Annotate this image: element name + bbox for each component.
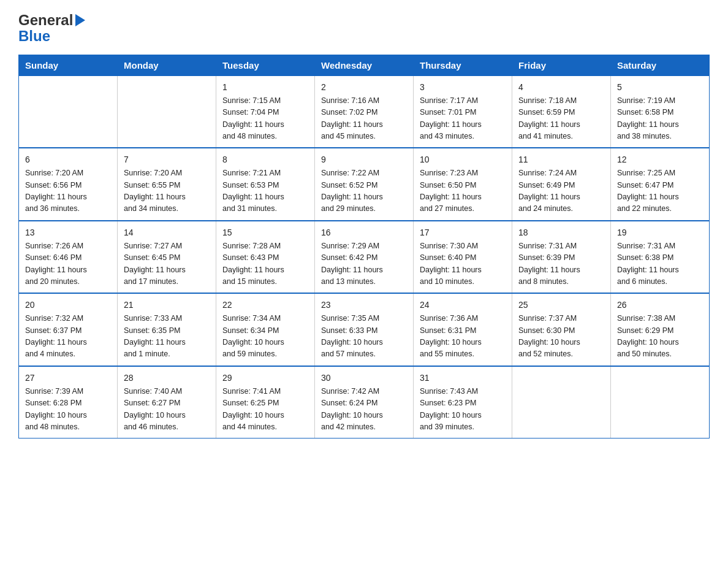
day-number: 9	[321, 153, 407, 166]
calendar-cell: 29Sunrise: 7:41 AMSunset: 6:25 PMDayligh…	[216, 366, 315, 439]
calendar-cell: 13Sunrise: 7:26 AMSunset: 6:46 PMDayligh…	[19, 221, 118, 294]
calendar-cell: 3Sunrise: 7:17 AMSunset: 7:01 PMDaylight…	[414, 75, 512, 148]
day-info: Sunrise: 7:39 AMSunset: 6:28 PMDaylight:…	[25, 386, 111, 434]
day-info: Sunrise: 7:23 AMSunset: 6:50 PMDaylight:…	[420, 167, 506, 215]
calendar-cell: 8Sunrise: 7:21 AMSunset: 6:53 PMDaylight…	[216, 148, 315, 221]
calendar-cell: 31Sunrise: 7:43 AMSunset: 6:23 PMDayligh…	[414, 366, 512, 439]
day-info: Sunrise: 7:31 AMSunset: 6:38 PMDaylight:…	[617, 240, 703, 288]
day-info: Sunrise: 7:26 AMSunset: 6:46 PMDaylight:…	[25, 240, 111, 288]
day-info: Sunrise: 7:28 AMSunset: 6:43 PMDaylight:…	[222, 240, 308, 288]
day-info: Sunrise: 7:21 AMSunset: 6:53 PMDaylight:…	[222, 167, 308, 215]
day-number: 13	[25, 226, 111, 239]
calendar-cell: 5Sunrise: 7:19 AMSunset: 6:58 PMDaylight…	[611, 75, 710, 148]
day-number: 26	[617, 299, 703, 312]
day-number: 16	[321, 226, 407, 239]
calendar-cell: 16Sunrise: 7:29 AMSunset: 6:42 PMDayligh…	[315, 221, 414, 294]
logo-line1: General	[18, 12, 85, 28]
day-info: Sunrise: 7:22 AMSunset: 6:52 PMDaylight:…	[321, 167, 407, 215]
calendar-week-row: 1Sunrise: 7:15 AMSunset: 7:04 PMDaylight…	[19, 75, 710, 148]
calendar-cell: 9Sunrise: 7:22 AMSunset: 6:52 PMDaylight…	[315, 148, 414, 221]
calendar-cell: 19Sunrise: 7:31 AMSunset: 6:38 PMDayligh…	[611, 221, 710, 294]
day-number: 31	[420, 372, 506, 385]
calendar-cell: 4Sunrise: 7:18 AMSunset: 6:59 PMDaylight…	[512, 75, 611, 148]
calendar-cell: 25Sunrise: 7:37 AMSunset: 6:30 PMDayligh…	[512, 293, 611, 366]
day-number: 27	[25, 372, 111, 385]
day-number: 23	[321, 299, 407, 312]
calendar-header-saturday: Saturday	[611, 55, 710, 75]
day-number: 6	[25, 153, 111, 166]
day-number: 3	[420, 81, 506, 94]
day-info: Sunrise: 7:20 AMSunset: 6:55 PMDaylight:…	[124, 167, 210, 215]
day-info: Sunrise: 7:17 AMSunset: 7:01 PMDaylight:…	[420, 95, 506, 143]
day-info: Sunrise: 7:38 AMSunset: 6:29 PMDaylight:…	[617, 313, 703, 361]
day-number: 22	[222, 299, 308, 312]
calendar-cell: 21Sunrise: 7:33 AMSunset: 6:35 PMDayligh…	[118, 293, 216, 366]
calendar-cell: 28Sunrise: 7:40 AMSunset: 6:27 PMDayligh…	[118, 366, 216, 439]
page-header: General Blue	[18, 12, 710, 45]
day-info: Sunrise: 7:19 AMSunset: 6:58 PMDaylight:…	[617, 95, 703, 143]
calendar-cell: 26Sunrise: 7:38 AMSunset: 6:29 PMDayligh…	[611, 293, 710, 366]
day-info: Sunrise: 7:24 AMSunset: 6:49 PMDaylight:…	[518, 167, 604, 215]
day-number: 8	[222, 153, 308, 166]
calendar-cell	[118, 75, 216, 148]
day-number: 18	[518, 226, 604, 239]
calendar-cell: 30Sunrise: 7:42 AMSunset: 6:24 PMDayligh…	[315, 366, 414, 439]
calendar-cell	[19, 75, 118, 148]
calendar-cell: 23Sunrise: 7:35 AMSunset: 6:33 PMDayligh…	[315, 293, 414, 366]
logo-triangle-icon	[75, 14, 85, 26]
calendar-cell: 12Sunrise: 7:25 AMSunset: 6:47 PMDayligh…	[611, 148, 710, 221]
day-number: 14	[124, 226, 210, 239]
day-number: 24	[420, 299, 506, 312]
day-info: Sunrise: 7:15 AMSunset: 7:04 PMDaylight:…	[222, 95, 308, 143]
calendar-week-row: 20Sunrise: 7:32 AMSunset: 6:37 PMDayligh…	[19, 293, 710, 366]
day-number: 7	[124, 153, 210, 166]
calendar-header-sunday: Sunday	[19, 55, 118, 75]
calendar-week-row: 27Sunrise: 7:39 AMSunset: 6:28 PMDayligh…	[19, 366, 710, 439]
calendar-cell	[611, 366, 710, 439]
day-number: 21	[124, 299, 210, 312]
calendar-cell: 14Sunrise: 7:27 AMSunset: 6:45 PMDayligh…	[118, 221, 216, 294]
day-info: Sunrise: 7:16 AMSunset: 7:02 PMDaylight:…	[321, 95, 407, 143]
calendar-cell: 22Sunrise: 7:34 AMSunset: 6:34 PMDayligh…	[216, 293, 315, 366]
day-info: Sunrise: 7:37 AMSunset: 6:30 PMDaylight:…	[518, 313, 604, 361]
calendar-cell: 1Sunrise: 7:15 AMSunset: 7:04 PMDaylight…	[216, 75, 315, 148]
calendar-header-thursday: Thursday	[414, 55, 512, 75]
day-number: 5	[617, 81, 703, 94]
day-number: 29	[222, 372, 308, 385]
day-info: Sunrise: 7:31 AMSunset: 6:39 PMDaylight:…	[518, 240, 604, 288]
day-info: Sunrise: 7:34 AMSunset: 6:34 PMDaylight:…	[222, 313, 308, 361]
calendar-cell: 27Sunrise: 7:39 AMSunset: 6:28 PMDayligh…	[19, 366, 118, 439]
day-number: 12	[617, 153, 703, 166]
day-number: 15	[222, 226, 308, 239]
day-info: Sunrise: 7:43 AMSunset: 6:23 PMDaylight:…	[420, 386, 506, 434]
calendar-header-friday: Friday	[512, 55, 611, 75]
day-number: 25	[518, 299, 604, 312]
calendar-cell: 11Sunrise: 7:24 AMSunset: 6:49 PMDayligh…	[512, 148, 611, 221]
day-number: 28	[124, 372, 210, 385]
day-info: Sunrise: 7:32 AMSunset: 6:37 PMDaylight:…	[25, 313, 111, 361]
day-info: Sunrise: 7:27 AMSunset: 6:45 PMDaylight:…	[124, 240, 210, 288]
logo: General Blue	[18, 12, 85, 45]
calendar-cell: 17Sunrise: 7:30 AMSunset: 6:40 PMDayligh…	[414, 221, 512, 294]
day-number: 17	[420, 226, 506, 239]
day-info: Sunrise: 7:33 AMSunset: 6:35 PMDaylight:…	[124, 313, 210, 361]
logo-line2: Blue	[18, 28, 50, 44]
calendar-header-tuesday: Tuesday	[216, 55, 315, 75]
day-number: 4	[518, 81, 604, 94]
calendar-week-row: 6Sunrise: 7:20 AMSunset: 6:56 PMDaylight…	[19, 148, 710, 221]
calendar-cell: 10Sunrise: 7:23 AMSunset: 6:50 PMDayligh…	[414, 148, 512, 221]
calendar-table: SundayMondayTuesdayWednesdayThursdayFrid…	[18, 55, 710, 439]
calendar-cell: 18Sunrise: 7:31 AMSunset: 6:39 PMDayligh…	[512, 221, 611, 294]
day-number: 10	[420, 153, 506, 166]
calendar-cell: 15Sunrise: 7:28 AMSunset: 6:43 PMDayligh…	[216, 221, 315, 294]
day-number: 30	[321, 372, 407, 385]
day-info: Sunrise: 7:36 AMSunset: 6:31 PMDaylight:…	[420, 313, 506, 361]
calendar-cell: 20Sunrise: 7:32 AMSunset: 6:37 PMDayligh…	[19, 293, 118, 366]
day-info: Sunrise: 7:25 AMSunset: 6:47 PMDaylight:…	[617, 167, 703, 215]
calendar-cell: 6Sunrise: 7:20 AMSunset: 6:56 PMDaylight…	[19, 148, 118, 221]
day-number: 2	[321, 81, 407, 94]
calendar-header-monday: Monday	[118, 55, 216, 75]
day-info: Sunrise: 7:42 AMSunset: 6:24 PMDaylight:…	[321, 386, 407, 434]
calendar-header-wednesday: Wednesday	[315, 55, 414, 75]
day-info: Sunrise: 7:18 AMSunset: 6:59 PMDaylight:…	[518, 95, 604, 143]
